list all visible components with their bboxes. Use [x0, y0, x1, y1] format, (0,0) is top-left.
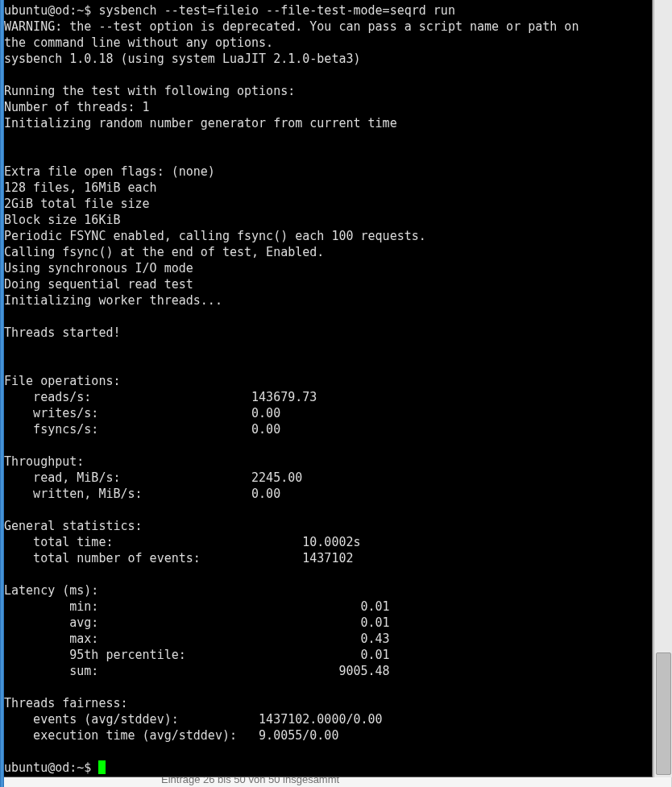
stat-value: 0.01 [361, 615, 390, 630]
blank-line [4, 679, 652, 695]
stat-value: 0.01 [361, 648, 390, 662]
stat-value: 1437102 [302, 551, 353, 565]
stat-line: sum: 9005.48 [4, 663, 652, 679]
stat-line: writes/s: 0.00 [4, 405, 652, 421]
stat-label: reads/s: [4, 390, 91, 404]
stat-value: 0.01 [361, 599, 390, 614]
stat-line: written, MiB/s: 0.00 [4, 486, 652, 502]
prompt-user-host: ubuntu@od [4, 760, 69, 775]
output-line: Number of threads: 1 [4, 99, 652, 115]
blank-line [4, 309, 652, 325]
stat-value: 0.43 [361, 632, 390, 646]
stat-line: events (avg/stddev): 1437102.0000/0.00 [4, 711, 652, 727]
command-line: ubuntu@od:~$ sysbench --test=fileio --fi… [4, 2, 652, 19]
stat-label: writes/s: [4, 406, 98, 420]
stat-value: 1437102.0000/0.00 [259, 712, 383, 727]
output-line: Extra file open flags: (none) [4, 164, 652, 180]
output-line: Doing sequential read test [4, 276, 652, 292]
stat-label: min: [4, 599, 98, 614]
section-header: Throughput: [4, 454, 652, 470]
blank-line [4, 437, 652, 454]
stat-label: written, MiB/s: [4, 487, 143, 501]
stat-line: reads/s: 143679.73 [4, 389, 652, 405]
output-line: Initializing random number generator fro… [4, 115, 652, 131]
stat-value: 9005.48 [338, 664, 389, 678]
blank-line [4, 744, 652, 760]
output-line: Calling fsync() at the end of test, Enab… [4, 244, 652, 260]
blank-line [4, 502, 652, 518]
stat-label: max: [4, 632, 98, 646]
stat-label: execution time (avg/stddev): [4, 728, 237, 743]
stat-label: avg: [4, 615, 98, 630]
blank-line [4, 147, 652, 164]
stat-value: 10.0002s [302, 535, 360, 549]
prompt-path: ~ [77, 3, 84, 18]
stat-value: 0.00 [251, 487, 280, 501]
vertical-scrollbar[interactable] [653, 0, 672, 777]
output-line: WARNING: the --test option is deprecated… [4, 19, 652, 35]
prompt-path: ~ [77, 760, 84, 775]
stat-line: avg: 0.01 [4, 615, 652, 631]
output-line: Running the test with following options: [4, 83, 652, 99]
stat-label: total number of events: [4, 551, 201, 565]
entered-command: sysbench --test=fileio --file-test-mode=… [98, 3, 455, 18]
stat-line: fsyncs/s: 0.00 [4, 421, 652, 437]
stat-label: read, MiB/s: [4, 470, 121, 485]
stat-label: events (avg/stddev): [4, 712, 179, 727]
output-line: sysbench 1.0.18 (using system LuaJIT 2.1… [4, 51, 652, 67]
cursor-icon [98, 760, 106, 774]
blank-line [4, 341, 652, 357]
output-line: Using synchronous I/O mode [4, 260, 652, 276]
stat-line: min: 0.01 [4, 599, 652, 615]
stat-label: 95th percentile: [4, 648, 186, 662]
blank-line [4, 67, 652, 83]
stat-label: fsyncs/s: [4, 422, 98, 437]
background-window-text: Einträge 26 bis 50 von 50 insgesammt [4, 777, 671, 787]
stat-value: 0.00 [251, 406, 280, 420]
section-header: General statistics: [4, 518, 652, 534]
stat-value: 143679.73 [251, 390, 317, 404]
stat-value: 2245.00 [251, 470, 302, 485]
prompt-symbol: $ [84, 760, 91, 775]
blank-line [4, 357, 652, 373]
stat-label: total time: [4, 535, 113, 549]
prompt-line: ubuntu@od:~$ [4, 760, 652, 776]
output-line: 2GiB total file size [4, 196, 652, 212]
output-line: Initializing worker threads... [4, 292, 652, 309]
terminal-pane[interactable]: ubuntu@od:~$ sysbench --test=fileio --fi… [4, 0, 653, 777]
stat-line: max: 0.43 [4, 631, 652, 647]
stat-line: read, MiB/s: 2245.00 [4, 470, 652, 486]
scrollbar-thumb[interactable] [656, 652, 671, 775]
stat-line: 95th percentile: 0.01 [4, 647, 652, 663]
stat-line: total time: 10.0002s [4, 534, 652, 550]
stat-value: 0.00 [251, 422, 280, 437]
section-header: Threads fairness: [4, 695, 652, 711]
output-line: 128 files, 16MiB each [4, 180, 652, 196]
prompt-user-host: ubuntu@od [4, 3, 69, 18]
stat-line: execution time (avg/stddev): 9.0055/0.00 [4, 727, 652, 744]
stat-label: sum: [4, 664, 98, 678]
prompt-symbol: $ [84, 3, 91, 18]
blank-line [4, 131, 652, 147]
blank-line [4, 566, 652, 582]
pagination-text: Einträge 26 bis 50 von 50 insgesammt [161, 777, 339, 785]
stat-line: total number of events: 1437102 [4, 550, 652, 566]
stat-value: 9.0055/0.00 [259, 728, 338, 743]
output-line: Threads started! [4, 325, 652, 341]
section-header: Latency (ms): [4, 582, 652, 599]
output-line: Block size 16KiB [4, 212, 652, 228]
output-line: Periodic FSYNC enabled, calling fsync() … [4, 228, 652, 244]
section-header: File operations: [4, 373, 652, 389]
output-line: the command line without any options. [4, 35, 652, 51]
